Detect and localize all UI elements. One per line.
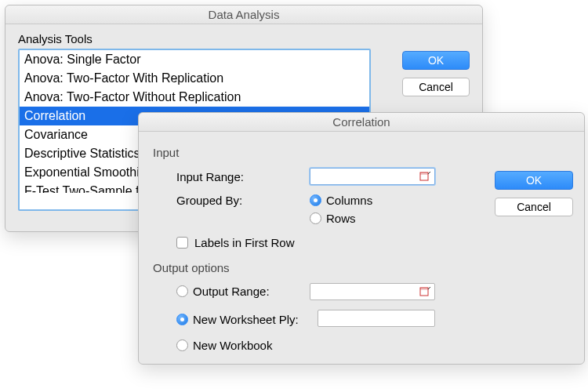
new-worksheet-field[interactable] xyxy=(318,310,435,327)
new-workbook-radio[interactable]: New Workbook xyxy=(176,339,272,352)
ok-button[interactable]: OK xyxy=(402,51,470,70)
range-picker-icon[interactable] xyxy=(419,285,432,298)
range-picker-icon[interactable] xyxy=(419,170,432,183)
radio-icon xyxy=(176,339,188,351)
new-worksheet-radio[interactable]: New Worksheet Ply: xyxy=(176,313,299,326)
svg-rect-3 xyxy=(420,288,428,290)
radio-label: Columns xyxy=(326,194,372,207)
list-item[interactable]: Anova: Single Factor xyxy=(20,50,369,69)
dialog-title: Data Analysis xyxy=(5,5,482,24)
ok-button[interactable]: OK xyxy=(495,171,573,190)
grouped-by-columns-radio[interactable]: Columns xyxy=(310,194,372,207)
radio-icon xyxy=(176,285,188,297)
dialog-title: Correlation xyxy=(139,113,584,132)
list-item[interactable]: Anova: Two-Factor With Replication xyxy=(20,69,369,88)
radio-label: New Workbook xyxy=(193,339,272,352)
input-range-label: Input Range: xyxy=(176,170,310,183)
analysis-tools-label: Analysis Tools xyxy=(18,32,470,45)
checkbox-label: Labels in First Row xyxy=(194,236,295,249)
output-range-radio[interactable]: Output Range: xyxy=(176,285,270,298)
input-section-label: Input xyxy=(153,146,481,159)
output-range-field[interactable] xyxy=(310,283,435,300)
radio-icon xyxy=(176,314,188,325)
radio-icon xyxy=(310,194,321,206)
radio-label: Rows xyxy=(326,212,356,225)
grouped-by-rows-radio[interactable]: Rows xyxy=(310,212,372,225)
correlation-dialog: Correlation OK Cancel Input Input Range: xyxy=(138,112,585,365)
radio-icon xyxy=(310,212,321,224)
radio-label: New Worksheet Ply: xyxy=(193,313,299,326)
checkbox-icon xyxy=(176,237,188,249)
cancel-button[interactable]: Cancel xyxy=(495,198,573,216)
radio-label: Output Range: xyxy=(193,285,270,298)
svg-rect-1 xyxy=(420,172,428,175)
output-section-label: Output options xyxy=(153,261,481,274)
labels-first-row-checkbox[interactable]: Labels in First Row xyxy=(176,236,295,249)
list-item[interactable]: Anova: Two-Factor Without Replication xyxy=(20,88,369,107)
grouped-by-label: Grouped By: xyxy=(176,194,310,207)
input-range-field[interactable] xyxy=(310,168,435,185)
cancel-button[interactable]: Cancel xyxy=(402,78,470,96)
